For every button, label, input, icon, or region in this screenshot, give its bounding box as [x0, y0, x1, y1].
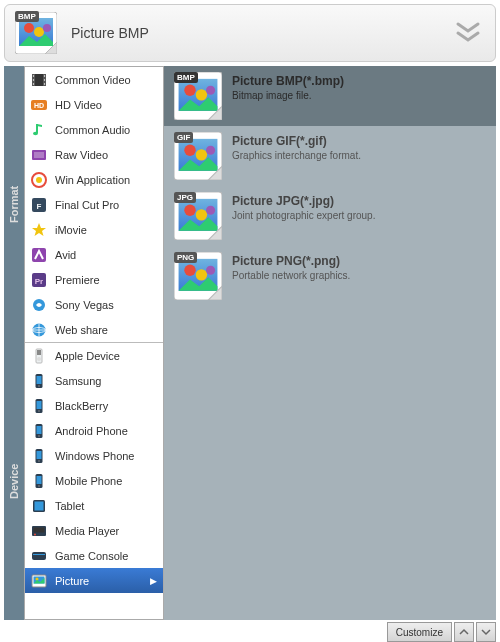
svg-text:HD: HD	[34, 102, 44, 109]
sidebar-item-blackberry[interactable]: BlackBerry	[25, 393, 163, 418]
sidebar-item-label: Raw Video	[55, 149, 157, 161]
sidebar-item-label: BlackBerry	[55, 400, 157, 412]
tab-format[interactable]: Format	[4, 66, 24, 343]
sidebar-item-avid[interactable]: Avid	[25, 242, 163, 267]
svg-rect-45	[37, 476, 42, 484]
category-sidebar: Common Video HD HD Video Common Audio Ra…	[24, 66, 164, 620]
sidebar-item-label: Win Application	[55, 174, 157, 186]
sidebar-item-samsung[interactable]: Samsung	[25, 368, 163, 393]
collapse-up-button[interactable]	[454, 622, 474, 642]
phone-icon	[31, 398, 47, 414]
filetype-list: BMP Picture BMP(*.bmp) Bitmap image file…	[164, 66, 496, 620]
svg-text:Pr: Pr	[35, 277, 43, 286]
svg-rect-36	[37, 401, 42, 409]
svg-rect-53	[33, 554, 45, 555]
sidebar-item-label: Avid	[55, 249, 157, 261]
console-icon	[31, 548, 47, 564]
svg-point-34	[38, 385, 40, 387]
sidebar-item-label: HD Video	[55, 99, 157, 111]
sidebar-item-mobile-phone[interactable]: Mobile Phone	[25, 468, 163, 493]
sidebar-item-final-cut[interactable]: F Final Cut Pro	[25, 192, 163, 217]
svg-rect-50	[34, 527, 45, 532]
filetype-item-jpg[interactable]: JPG Picture JPG(*.jpg) Joint photographi…	[164, 186, 496, 246]
phone-icon	[31, 448, 47, 464]
sidebar-item-game-console[interactable]: Game Console	[25, 543, 163, 568]
chevron-down-icon	[481, 628, 491, 636]
raw-icon	[31, 147, 47, 163]
filetype-thumb: JPG	[174, 192, 222, 240]
sidebar-item-label: Apple Device	[55, 350, 157, 362]
win-icon	[31, 172, 47, 188]
sidebar-item-android[interactable]: Android Phone	[25, 418, 163, 443]
selected-format-title: Picture BMP	[71, 25, 149, 41]
sidebar-item-label: iMovie	[55, 224, 157, 236]
filetype-badge: JPG	[174, 192, 196, 203]
svg-point-40	[38, 435, 40, 437]
sidebar-item-win-app[interactable]: Win Application	[25, 167, 163, 192]
svg-point-9	[33, 79, 34, 80]
filetype-title: Picture GIF(*.gif)	[232, 134, 361, 148]
filetype-item-bmp[interactable]: BMP Picture BMP(*.bmp) Bitmap image file…	[164, 66, 496, 126]
sidebar-item-apple-device[interactable]: Apple Device	[25, 343, 163, 368]
tab-device[interactable]: Device	[4, 343, 24, 620]
customize-button[interactable]: Customize	[387, 622, 452, 642]
sidebar-item-raw-video[interactable]: Raw Video	[25, 142, 163, 167]
sidebar-item-label: Final Cut Pro	[55, 199, 157, 211]
sidebar-item-common-video[interactable]: Common Video	[25, 67, 163, 92]
svg-point-46	[38, 485, 40, 487]
ipod-icon	[31, 348, 47, 364]
sidebar-item-label: Common Video	[55, 74, 157, 86]
svg-point-12	[44, 79, 45, 80]
photo-icon	[31, 573, 47, 589]
svg-rect-33	[37, 376, 42, 384]
filetype-thumb: PNG	[174, 252, 222, 300]
svg-point-11	[44, 75, 45, 76]
filetype-text: Picture PNG(*.png) Portable network grap…	[232, 252, 350, 300]
sidebar-item-tablet[interactable]: Tablet	[25, 493, 163, 518]
chevron-up-icon	[459, 628, 469, 636]
svg-point-37	[38, 410, 40, 412]
svg-rect-18	[34, 152, 44, 158]
fcp-icon: F	[31, 197, 47, 213]
filetype-title: Picture BMP(*.bmp)	[232, 74, 344, 88]
sidebar-item-imovie[interactable]: iMovie	[25, 217, 163, 242]
svg-point-51	[34, 533, 36, 535]
avid-icon	[31, 247, 47, 263]
filetype-item-png[interactable]: PNG Picture PNG(*.png) Portable network …	[164, 246, 496, 306]
svg-point-16	[33, 131, 38, 135]
sidebar-item-sony-vegas[interactable]: Sony Vegas	[25, 292, 163, 317]
sidebar-item-hd-video[interactable]: HD HD Video	[25, 92, 163, 117]
filetype-thumb: GIF	[174, 132, 222, 180]
collapse-down-button[interactable]	[476, 622, 496, 642]
format-picker-panel: Format Device Common Video HD HD Video C…	[4, 66, 496, 620]
film-icon	[31, 72, 47, 88]
sidebar-item-label: Mobile Phone	[55, 475, 157, 487]
sidebar-item-premiere[interactable]: Pr Premiere	[25, 267, 163, 292]
format-badge: BMP	[15, 11, 39, 22]
sidebar-item-windows-phone[interactable]: Windows Phone	[25, 443, 163, 468]
sidebar-item-label: Game Console	[55, 550, 157, 562]
sidebar-item-label: Windows Phone	[55, 450, 157, 462]
sidebar-item-media-player[interactable]: Media Player	[25, 518, 163, 543]
svg-point-10	[33, 83, 34, 84]
svg-rect-52	[32, 552, 46, 560]
filetype-title: Picture PNG(*.png)	[232, 254, 350, 268]
svg-point-20	[36, 177, 42, 183]
svg-point-8	[33, 75, 34, 76]
format-selector-header[interactable]: BMP Picture BMP	[4, 4, 496, 62]
filetype-text: Picture BMP(*.bmp) Bitmap image file.	[232, 72, 344, 120]
filetype-text: Picture JPG(*.jpg) Joint photographic ex…	[232, 192, 375, 240]
pr-icon: Pr	[31, 272, 47, 288]
svg-point-13	[44, 83, 45, 84]
filetype-thumb: BMP	[174, 72, 222, 120]
sidebar-item-label: Picture	[55, 575, 142, 587]
sidebar-item-picture[interactable]: Picture ▶	[25, 568, 163, 593]
globe-icon	[31, 322, 47, 338]
sidebar-item-label: Common Audio	[55, 124, 157, 136]
sidebar-item-common-audio[interactable]: Common Audio	[25, 117, 163, 142]
filetype-item-gif[interactable]: GIF Picture GIF(*.gif) Graphics intercha…	[164, 126, 496, 186]
svg-point-31	[37, 357, 41, 361]
svg-rect-30	[37, 350, 41, 355]
sidebar-item-web-share[interactable]: Web share	[25, 317, 163, 342]
filetype-text: Picture GIF(*.gif) Graphics interchange …	[232, 132, 361, 180]
